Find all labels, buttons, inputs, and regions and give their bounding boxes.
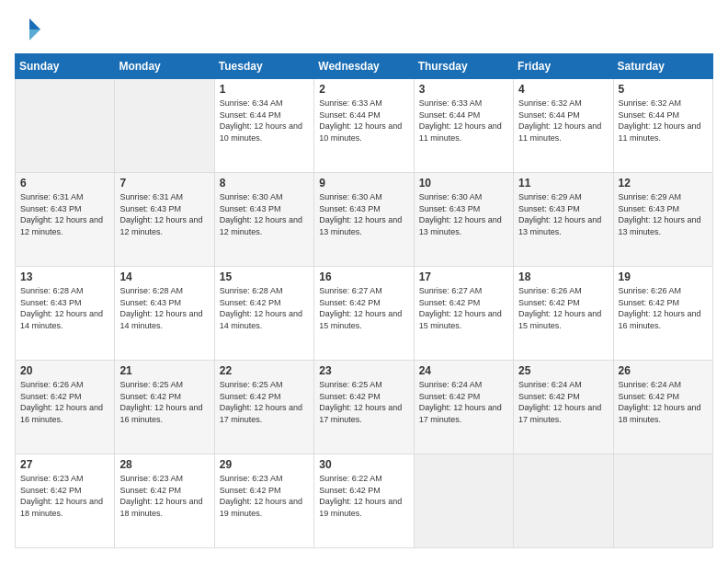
day-number: 13 xyxy=(20,270,109,283)
cell-text: Sunrise: 6:28 AMSunset: 6:43 PMDaylight:… xyxy=(119,286,202,330)
calendar-cell: 28 Sunrise: 6:23 AMSunset: 6:42 PMDaylig… xyxy=(115,454,214,548)
day-number: 2 xyxy=(319,83,408,96)
calendar-cell: 7 Sunrise: 6:31 AMSunset: 6:43 PMDayligh… xyxy=(115,173,214,267)
week-row-5: 27 Sunrise: 6:23 AMSunset: 6:42 PMDaylig… xyxy=(16,454,713,548)
day-number: 8 xyxy=(220,177,309,190)
day-number: 24 xyxy=(419,364,508,377)
calendar-cell: 23 Sunrise: 6:25 AMSunset: 6:42 PMDaylig… xyxy=(314,361,414,454)
cell-text: Sunrise: 6:26 AMSunset: 6:42 PMDaylight:… xyxy=(619,286,701,330)
calendar-cell: 3 Sunrise: 6:33 AMSunset: 6:44 PMDayligh… xyxy=(414,79,513,173)
cell-text: Sunrise: 6:27 AMSunset: 6:42 PMDaylight:… xyxy=(319,286,402,330)
day-number: 15 xyxy=(220,270,309,283)
calendar-cell: 27 Sunrise: 6:23 AMSunset: 6:42 PMDaylig… xyxy=(16,454,115,548)
calendar-cell: 18 Sunrise: 6:26 AMSunset: 6:42 PMDaylig… xyxy=(514,267,613,361)
logo xyxy=(15,15,48,44)
day-number: 16 xyxy=(319,270,408,283)
cell-text: Sunrise: 6:30 AMSunset: 6:43 PMDaylight:… xyxy=(419,192,502,236)
cell-text: Sunrise: 6:30 AMSunset: 6:43 PMDaylight:… xyxy=(319,192,402,236)
day-number: 22 xyxy=(220,364,309,377)
day-number: 27 xyxy=(20,458,109,471)
svg-marker-0 xyxy=(29,18,40,29)
calendar-cell: 8 Sunrise: 6:30 AMSunset: 6:43 PMDayligh… xyxy=(214,173,313,267)
weekday-header-friday: Friday xyxy=(514,54,613,79)
svg-marker-1 xyxy=(29,29,40,40)
day-number: 21 xyxy=(119,364,209,377)
cell-text: Sunrise: 6:24 AMSunset: 6:42 PMDaylight:… xyxy=(419,380,502,424)
calendar-cell: 20 Sunrise: 6:26 AMSunset: 6:42 PMDaylig… xyxy=(16,361,115,454)
calendar-cell: 1 Sunrise: 6:34 AMSunset: 6:44 PMDayligh… xyxy=(214,79,313,173)
calendar-cell xyxy=(16,79,115,173)
calendar-cell: 9 Sunrise: 6:30 AMSunset: 6:43 PMDayligh… xyxy=(314,173,414,267)
calendar-cell xyxy=(115,79,214,173)
cell-text: Sunrise: 6:34 AMSunset: 6:44 PMDaylight:… xyxy=(220,98,302,143)
calendar-cell: 21 Sunrise: 6:25 AMSunset: 6:42 PMDaylig… xyxy=(115,361,214,454)
cell-text: Sunrise: 6:33 AMSunset: 6:44 PMDaylight:… xyxy=(319,98,402,143)
cell-text: Sunrise: 6:27 AMSunset: 6:42 PMDaylight:… xyxy=(419,286,502,330)
day-number: 6 xyxy=(20,177,109,190)
weekday-header-sunday: Sunday xyxy=(16,54,115,79)
calendar-cell xyxy=(414,454,513,548)
day-number: 23 xyxy=(319,364,408,377)
day-number: 4 xyxy=(518,83,608,96)
day-number: 5 xyxy=(619,83,708,96)
page: SundayMondayTuesdayWednesdayThursdayFrid… xyxy=(0,0,728,563)
weekday-header-saturday: Saturday xyxy=(613,54,712,79)
calendar-cell: 16 Sunrise: 6:27 AMSunset: 6:42 PMDaylig… xyxy=(314,267,414,361)
cell-text: Sunrise: 6:31 AMSunset: 6:43 PMDaylight:… xyxy=(119,192,202,236)
cell-text: Sunrise: 6:26 AMSunset: 6:42 PMDaylight:… xyxy=(20,380,103,424)
day-number: 29 xyxy=(220,458,309,471)
cell-text: Sunrise: 6:23 AMSunset: 6:42 PMDaylight:… xyxy=(119,474,202,518)
day-number: 18 xyxy=(518,270,608,283)
cell-text: Sunrise: 6:32 AMSunset: 6:44 PMDaylight:… xyxy=(518,98,601,143)
day-number: 30 xyxy=(319,458,408,471)
header xyxy=(15,15,713,44)
calendar-cell: 22 Sunrise: 6:25 AMSunset: 6:42 PMDaylig… xyxy=(214,361,313,454)
calendar-cell: 13 Sunrise: 6:28 AMSunset: 6:43 PMDaylig… xyxy=(16,267,115,361)
day-number: 12 xyxy=(619,177,708,190)
cell-text: Sunrise: 6:22 AMSunset: 6:42 PMDaylight:… xyxy=(319,474,402,518)
cell-text: Sunrise: 6:30 AMSunset: 6:43 PMDaylight:… xyxy=(220,192,302,236)
calendar-cell: 25 Sunrise: 6:24 AMSunset: 6:42 PMDaylig… xyxy=(514,361,613,454)
day-number: 26 xyxy=(619,364,708,377)
day-number: 25 xyxy=(518,364,608,377)
weekday-header-row: SundayMondayTuesdayWednesdayThursdayFrid… xyxy=(16,54,713,79)
cell-text: Sunrise: 6:33 AMSunset: 6:44 PMDaylight:… xyxy=(419,98,502,143)
calendar-cell: 5 Sunrise: 6:32 AMSunset: 6:44 PMDayligh… xyxy=(613,79,712,173)
cell-text: Sunrise: 6:31 AMSunset: 6:43 PMDaylight:… xyxy=(20,192,103,236)
calendar-cell: 14 Sunrise: 6:28 AMSunset: 6:43 PMDaylig… xyxy=(115,267,214,361)
cell-text: Sunrise: 6:29 AMSunset: 6:43 PMDaylight:… xyxy=(518,192,601,236)
calendar-cell: 19 Sunrise: 6:26 AMSunset: 6:42 PMDaylig… xyxy=(613,267,712,361)
calendar-cell: 10 Sunrise: 6:30 AMSunset: 6:43 PMDaylig… xyxy=(414,173,513,267)
calendar-cell: 24 Sunrise: 6:24 AMSunset: 6:42 PMDaylig… xyxy=(414,361,513,454)
cell-text: Sunrise: 6:25 AMSunset: 6:42 PMDaylight:… xyxy=(220,380,302,424)
calendar-cell: 26 Sunrise: 6:24 AMSunset: 6:42 PMDaylig… xyxy=(613,361,712,454)
calendar-cell: 6 Sunrise: 6:31 AMSunset: 6:43 PMDayligh… xyxy=(16,173,115,267)
calendar-cell: 12 Sunrise: 6:29 AMSunset: 6:43 PMDaylig… xyxy=(613,173,712,267)
day-number: 7 xyxy=(119,177,209,190)
weekday-header-thursday: Thursday xyxy=(414,54,513,79)
weekday-header-monday: Monday xyxy=(115,54,214,79)
calendar-cell: 17 Sunrise: 6:27 AMSunset: 6:42 PMDaylig… xyxy=(414,267,513,361)
cell-text: Sunrise: 6:28 AMSunset: 6:43 PMDaylight:… xyxy=(20,286,103,330)
calendar-cell: 15 Sunrise: 6:28 AMSunset: 6:42 PMDaylig… xyxy=(214,267,313,361)
calendar-cell xyxy=(514,454,613,548)
day-number: 28 xyxy=(119,458,209,471)
day-number: 10 xyxy=(419,177,508,190)
week-row-4: 20 Sunrise: 6:26 AMSunset: 6:42 PMDaylig… xyxy=(16,361,713,454)
day-number: 11 xyxy=(518,177,608,190)
cell-text: Sunrise: 6:28 AMSunset: 6:42 PMDaylight:… xyxy=(220,286,302,330)
week-row-3: 13 Sunrise: 6:28 AMSunset: 6:43 PMDaylig… xyxy=(16,267,713,361)
cell-text: Sunrise: 6:25 AMSunset: 6:42 PMDaylight:… xyxy=(319,380,402,424)
week-row-2: 6 Sunrise: 6:31 AMSunset: 6:43 PMDayligh… xyxy=(16,173,713,267)
day-number: 17 xyxy=(419,270,508,283)
cell-text: Sunrise: 6:23 AMSunset: 6:42 PMDaylight:… xyxy=(20,474,103,518)
cell-text: Sunrise: 6:23 AMSunset: 6:42 PMDaylight:… xyxy=(220,474,302,518)
week-row-1: 1 Sunrise: 6:34 AMSunset: 6:44 PMDayligh… xyxy=(16,79,713,173)
day-number: 9 xyxy=(319,177,408,190)
cell-text: Sunrise: 6:26 AMSunset: 6:42 PMDaylight:… xyxy=(518,286,601,330)
calendar-cell: 2 Sunrise: 6:33 AMSunset: 6:44 PMDayligh… xyxy=(314,79,414,173)
day-number: 14 xyxy=(119,270,209,283)
logo-icon xyxy=(15,15,44,44)
cell-text: Sunrise: 6:32 AMSunset: 6:44 PMDaylight:… xyxy=(619,98,701,143)
day-number: 20 xyxy=(20,364,109,377)
